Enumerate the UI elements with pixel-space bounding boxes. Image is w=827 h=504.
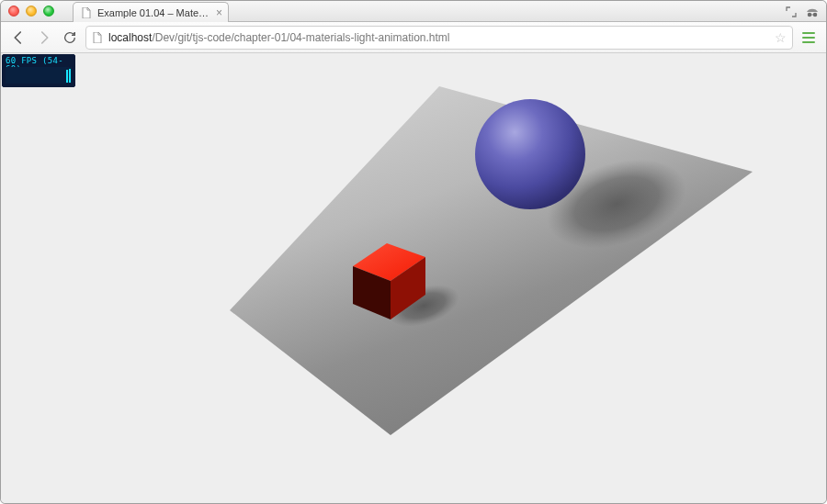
page-viewport[interactable]: 60 FPS (54-60) [1,53,826,503]
bookmark-star-icon[interactable]: ☆ [775,30,787,45]
back-button[interactable] [8,28,28,48]
url-path: /Dev/git/tjs-code/chapter-01/04-material… [152,31,449,44]
browser-tab[interactable]: Example 01.04 – Materials × [73,2,229,22]
zoom-window-button[interactable] [43,6,54,17]
page-icon [92,32,103,43]
address-bar[interactable]: localhost/Dev/git/tjs-code/chapter-01/04… [85,26,793,50]
window-titlebar: Example 01.04 – Materials × [1,1,826,22]
forward-button[interactable] [34,28,54,48]
svg-point-0 [808,13,812,17]
close-window-button[interactable] [8,6,19,17]
threejs-canvas[interactable] [1,53,826,503]
close-tab-icon[interactable]: × [216,6,222,19]
minimize-window-button[interactable] [26,6,37,17]
incognito-icon [804,4,821,20]
page-icon [81,7,92,18]
fullscreen-icon[interactable] [786,6,797,17]
url-text: localhost/Dev/git/tjs-code/chapter-01/04… [108,31,450,44]
url-host: localhost [108,31,152,44]
blue-sphere [475,99,585,209]
tab-title: Example 01.04 – Materials [97,7,210,18]
svg-point-1 [813,13,818,17]
menu-button[interactable] [799,32,819,43]
browser-toolbar: localhost/Dev/git/tjs-code/chapter-01/04… [1,22,826,53]
reload-button[interactable] [60,28,80,48]
